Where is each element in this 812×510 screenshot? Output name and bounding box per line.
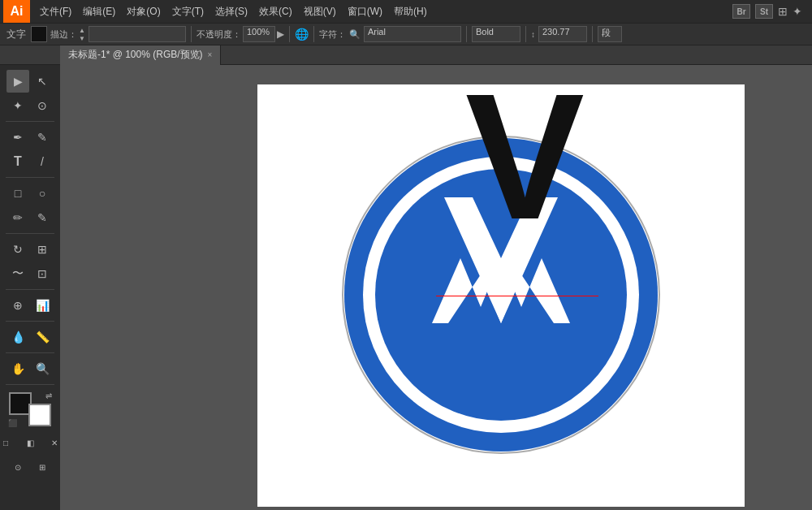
paragraph-field[interactable]: 段 — [598, 26, 622, 42]
screen-mode-row: ⊙ ⊞ — [6, 456, 54, 478]
rotate-tools-row: ↻ ⊞ — [6, 238, 54, 261]
menu-effect[interactable]: 效果(C) — [254, 3, 297, 20]
menu-file[interactable]: 文件(F) — [35, 3, 76, 20]
type-tool[interactable]: T — [6, 150, 29, 173]
menu-help[interactable]: 帮助(H) — [389, 3, 432, 20]
bridge-icon[interactable]: Br — [732, 4, 750, 19]
stroke-label: 描边： — [50, 28, 77, 41]
sep2 — [289, 26, 290, 42]
toolbox: ▶ ↖ ✦ ⊙ ✒ ✎ T / □ ○ ✏ ✎ ↻ ⊞ 〜 — [0, 65, 60, 510]
selection-tools-row: ▶ ↖ — [6, 70, 54, 93]
menu-edit[interactable]: 编辑(E) — [78, 3, 120, 20]
lasso-tool[interactable]: ⊙ — [31, 94, 54, 117]
eyedropper-tools-row: 💧 📏 — [6, 326, 54, 348]
opacity-control: 不透明度： 100% ▶ — [197, 26, 284, 42]
tab-close-btn[interactable]: × — [208, 50, 213, 59]
draw-inside-btn[interactable]: ⊙ — [6, 456, 29, 478]
hand-tool[interactable]: ✋ — [6, 357, 29, 380]
tab-bar: 未标题-1* @ 100% (RGB/预览) × — [0, 45, 812, 65]
stroke-up-arrow[interactable]: ▲ — [79, 27, 85, 34]
stock-icon[interactable]: St — [755, 4, 773, 19]
curvature-tool[interactable]: ✎ — [31, 126, 54, 149]
char-label: 字符： — [319, 28, 346, 41]
tool-sep4 — [6, 289, 54, 290]
globe-icon[interactable]: 🌐 — [295, 28, 309, 41]
nav-tools-row: ✋ 🔍 — [6, 357, 54, 380]
pen-tool[interactable]: ✒ — [6, 126, 29, 149]
canvas-area: V — [60, 65, 812, 510]
rectangle-tool[interactable]: □ — [6, 182, 29, 205]
stroke-down-arrow[interactable]: ▼ — [79, 35, 85, 42]
menu-object[interactable]: 对象(O) — [122, 3, 165, 20]
text-baseline-guide — [436, 296, 598, 296]
graph-tools-row: ⊕ 📊 — [6, 294, 54, 317]
sep4 — [466, 26, 467, 42]
artboard: V — [257, 84, 745, 507]
menu-window[interactable]: 窗口(W) — [343, 3, 387, 20]
direct-selection-tool[interactable]: ↖ — [31, 70, 54, 93]
stroke-settings[interactable]: 描边： ▲ ▼ — [50, 27, 85, 42]
opacity-expand-btn[interactable]: ▶ — [277, 28, 284, 40]
measure-tool[interactable]: 📏 — [31, 326, 54, 348]
grid-icon[interactable]: ⊞ — [778, 5, 788, 18]
line-tool[interactable]: / — [31, 150, 54, 173]
draw-tools-row1: ✦ ⊙ — [6, 94, 54, 117]
tool-sep5 — [6, 321, 54, 322]
main-area: ▶ ↖ ✦ ⊙ ✒ ✎ T / □ ○ ✏ ✎ ↻ ⊞ 〜 — [0, 65, 812, 510]
warp-tools-row: 〜 ⊡ — [6, 262, 54, 285]
font-name-field[interactable]: Arial — [364, 26, 461, 42]
magic-wand-tool[interactable]: ✦ — [6, 94, 29, 117]
stroke-value-field[interactable] — [89, 26, 186, 42]
rotate-tool[interactable]: ↻ — [6, 238, 29, 261]
sep5 — [525, 26, 526, 42]
font-search-icon[interactable]: 🔍 — [349, 29, 361, 40]
zoom-tool[interactable]: 🔍 — [31, 357, 54, 380]
gradient-btn[interactable]: ◧ — [19, 431, 41, 454]
scale-tool[interactable]: ⊞ — [31, 238, 54, 261]
ellipse-tool[interactable]: ○ — [31, 182, 54, 205]
swap-colors-btn[interactable]: ⇌ — [45, 391, 52, 400]
free-transform-tool[interactable]: ⊡ — [31, 262, 54, 285]
default-colors-btn[interactable]: ⬛ — [8, 419, 17, 427]
change-screen-btn[interactable]: ⊞ — [31, 456, 54, 478]
warp-tool[interactable]: 〜 — [6, 262, 29, 285]
font-weight-field[interactable]: Bold — [472, 26, 520, 42]
menu-view[interactable]: 视图(V) — [299, 3, 341, 20]
vw-logo-svg — [339, 132, 663, 457]
menu-select[interactable]: 选择(S) — [210, 3, 253, 20]
menu-text[interactable]: 文字(T) — [167, 3, 209, 20]
shape-tools-row2: ✏ ✎ — [6, 206, 54, 229]
background-color[interactable] — [28, 404, 51, 426]
sep3 — [313, 26, 314, 42]
tool-sep7 — [6, 384, 54, 385]
opacity-field[interactable]: 100% — [243, 26, 275, 42]
app-logo: Ai — [3, 0, 30, 23]
tab-title: 未标题-1* @ 100% (RGB/预览) — [68, 48, 203, 62]
column-graph-tool[interactable]: 📊 — [31, 294, 54, 317]
sep6 — [592, 26, 593, 42]
document-tab[interactable]: 未标题-1* @ 100% (RGB/预览) × — [60, 45, 221, 65]
pencil-tool[interactable]: ✎ — [31, 206, 54, 229]
menu-bar: Ai 文件(F) 编辑(E) 对象(O) 文字(T) 选择(S) 效果(C) 视… — [0, 0, 812, 23]
toolbar: 文字 描边： ▲ ▼ 不透明度： 100% ▶ 🌐 字符： 🔍 Arial Bo… — [0, 23, 812, 45]
tool-sep6 — [6, 352, 54, 353]
workspace-icon[interactable]: ✦ — [793, 5, 802, 18]
eyedropper-tool[interactable]: 💧 — [6, 326, 29, 348]
color-selector: ⇌ ⬛ — [9, 392, 51, 426]
selection-tool[interactable]: ▶ — [6, 70, 29, 93]
fill-color-box[interactable] — [31, 26, 47, 42]
tool-sep1 — [6, 121, 54, 122]
symbol-tool[interactable]: ⊕ — [6, 294, 29, 317]
vw-logo: V — [339, 132, 663, 460]
tool-sep3 — [6, 233, 54, 234]
shape-tools-row1: □ ○ — [6, 182, 54, 205]
fill-mode-btn[interactable]: □ — [0, 431, 17, 454]
tool-type-label: 文字 — [5, 28, 28, 41]
type-tools-row: T / — [6, 150, 54, 173]
tool-sep2 — [6, 177, 54, 178]
font-size-field[interactable]: 230.77 — [538, 26, 587, 42]
font-size-up-icon[interactable]: ↕ — [531, 30, 535, 39]
pen-tools-row: ✒ ✎ — [6, 126, 54, 149]
sep1 — [191, 26, 192, 42]
paintbrush-tool[interactable]: ✏ — [6, 206, 29, 229]
